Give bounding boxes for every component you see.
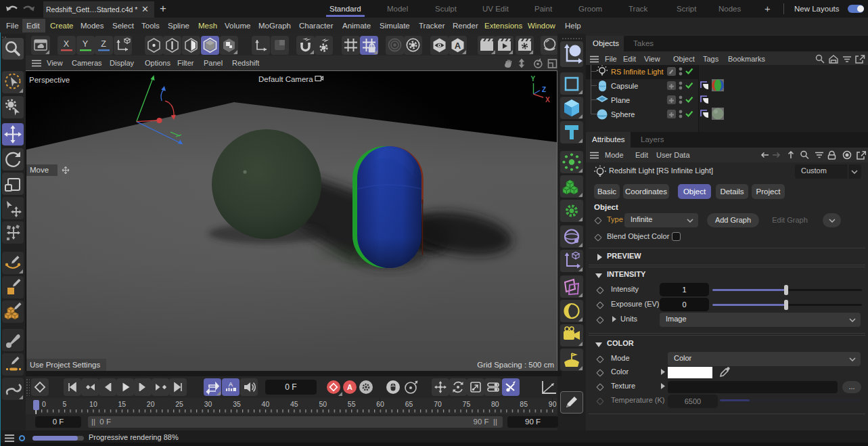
- svg-text:Z: Z: [101, 39, 106, 49]
- svg-text:90: 90: [549, 400, 557, 408]
- svg-text:Plane: Plane: [611, 96, 630, 104]
- svg-text:50: 50: [319, 400, 327, 408]
- svg-text:85: 85: [520, 400, 528, 408]
- svg-text:Move: Move: [30, 166, 49, 174]
- svg-text:Perspective: Perspective: [29, 76, 70, 84]
- svg-text:25: 25: [175, 400, 183, 408]
- svg-text:15: 15: [118, 400, 126, 408]
- svg-text:35: 35: [233, 400, 241, 408]
- svg-text:0: 0: [42, 400, 46, 408]
- svg-text:Default Camera: Default Camera: [258, 75, 313, 83]
- svg-text:40: 40: [262, 400, 270, 408]
- svg-text:70: 70: [434, 400, 442, 408]
- svg-text:80: 80: [491, 400, 499, 408]
- svg-text:Sphere: Sphere: [611, 110, 635, 118]
- svg-text:30: 30: [204, 400, 212, 408]
- svg-text:20: 20: [147, 400, 155, 408]
- svg-text:Y: Y: [531, 75, 536, 83]
- svg-text:RS Infinite Light: RS Infinite Light: [611, 68, 664, 76]
- svg-text:65: 65: [405, 400, 413, 408]
- svg-text:10: 10: [89, 400, 97, 408]
- svg-text:55: 55: [348, 400, 356, 408]
- svg-text:X: X: [545, 96, 550, 104]
- svg-text:Y: Y: [83, 39, 89, 49]
- svg-text:5: 5: [62, 400, 66, 408]
- svg-text:A: A: [229, 381, 233, 388]
- svg-text:Z: Z: [542, 86, 546, 93]
- svg-text:75: 75: [463, 400, 471, 408]
- svg-text:45: 45: [290, 400, 298, 408]
- svg-text:A: A: [455, 41, 461, 51]
- svg-text:Grid Spacing : 500 cm: Grid Spacing : 500 cm: [477, 361, 554, 369]
- svg-text:Use Project Settings: Use Project Settings: [30, 361, 100, 369]
- svg-text:60: 60: [376, 400, 384, 408]
- svg-text:X: X: [64, 39, 70, 49]
- svg-text:Capsule: Capsule: [611, 82, 638, 90]
